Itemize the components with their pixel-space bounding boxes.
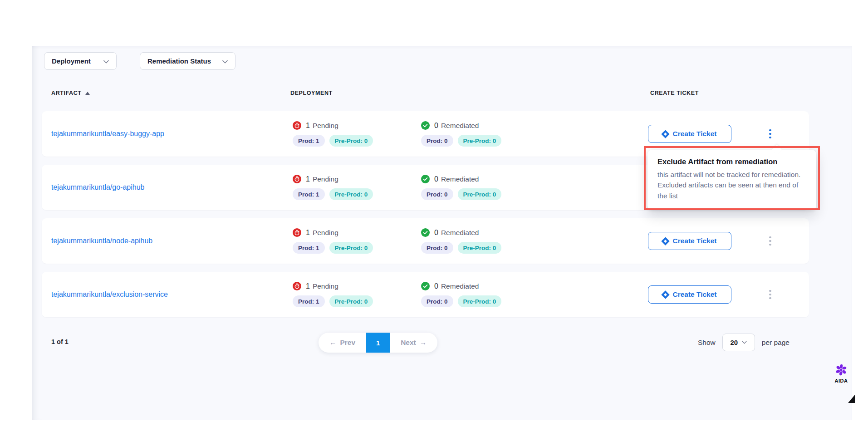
remediated-count: 0 [434,122,438,130]
deployment-filter-dropdown[interactable]: Deployment [44,52,117,70]
chevron-down-icon [742,341,747,344]
pending-prod-badge: Prod: 1 [293,295,325,307]
chevron-down-icon [103,57,109,65]
pending-label: Pending [313,229,338,237]
remediated-prod-badge: Prod: 0 [421,135,453,147]
remediated-check-icon [421,175,430,183]
ticket-diamond-icon [662,290,670,299]
remediated-count: 0 [434,282,438,290]
exclude-artifact-tooltip: Exclude Artifact from remediation this a… [647,150,816,210]
next-page-button[interactable]: Next → [390,333,437,353]
remediated-preprod-badge: Pre-Prod: 0 [458,295,502,307]
remediated-label: Remediated [441,175,479,183]
remediated-label: Remediated [441,282,479,290]
app-window: Deployment Remediation Status ARTIFACT D… [0,0,868,447]
remediated-count: 0 [434,175,438,183]
remediated-prod-badge: Prod: 0 [421,295,453,307]
pending-badges: Prod: 1 Pre-Prod: 0 [293,242,421,254]
pending-clock-icon [293,228,301,237]
aida-flower-icon [834,363,848,377]
arrow-left-icon: ← [329,339,337,347]
remediated-badges: Prod: 0 Pre-Prod: 0 [421,188,648,200]
remediated-preprod-badge: Pre-Prod: 0 [458,188,502,200]
artifact-link[interactable]: tejakummarikuntla/exclusion-service [51,290,168,298]
per-page-label: per page [762,339,790,347]
prev-label: Prev [340,339,356,347]
row-actions-menu[interactable] [766,234,774,249]
remediated-prod-badge: Prod: 0 [421,242,453,254]
ticket-diamond-icon [662,237,670,245]
remediated-check-icon [421,121,430,130]
remediated-preprod-badge: Pre-Prod: 0 [458,242,502,254]
pending-prod-badge: Prod: 1 [293,188,325,200]
remediated-badges: Prod: 0 Pre-Prod: 0 [421,295,648,307]
pending-preprod-badge: Pre-Prod: 0 [329,242,373,254]
chevron-down-icon [222,57,228,65]
filter-bar: Deployment Remediation Status [44,52,235,70]
arrow-right-icon: → [420,339,427,347]
row-actions-menu[interactable] [766,127,774,142]
pending-count: 1 [306,229,310,237]
current-page-button[interactable]: 1 [366,333,390,353]
pending-clock-icon [293,121,301,130]
create-ticket-label: Create Ticket [672,290,716,299]
pending-prod-badge: Prod: 1 [293,242,325,254]
remediated-check-icon [421,228,430,237]
artifact-cell: tejakummarikuntla/exclusion-service [51,290,293,299]
pending-status-line: 1 Pending [293,228,421,237]
remediated-status-cell: 0 Remediated Prod: 0 Pre-Prod: 0 [421,121,648,147]
page-size-control: Show 20 per page [698,334,790,351]
tooltip-body: this artifact will not be tracked for re… [657,169,807,201]
page-size-value: 20 [730,339,738,346]
pending-badges: Prod: 1 Pre-Prod: 0 [293,135,421,147]
column-header-create-ticket: CREATE TICKET [650,90,699,96]
remediation-panel: Deployment Remediation Status ARTIFACT D… [32,46,852,420]
pending-preprod-badge: Pre-Prod: 0 [329,135,373,147]
pending-label: Pending [313,122,338,130]
pending-status-cell: 1 Pending Prod: 1 Pre-Prod: 0 [293,121,421,147]
pending-clock-icon [293,175,301,183]
artifact-link[interactable]: tejakummarikuntla/node-apihub [51,237,152,245]
remediated-status-line: 0 Remediated [421,282,648,290]
pending-label: Pending [313,282,338,290]
remediated-count: 0 [434,229,438,237]
artifact-cell: tejakummarikuntla/easy-buggy-app [51,130,293,138]
pending-preprod-badge: Pre-Prod: 0 [329,188,373,200]
pending-count: 1 [306,175,310,183]
artifact-link[interactable]: tejakummarikuntla/go-apihub [51,183,144,191]
create-ticket-button[interactable]: Create Ticket [648,285,731,304]
pending-status-cell: 1 Pending Prod: 1 Pre-Prod: 0 [293,175,421,200]
table-row: tejakummarikuntla/node-apihub 1 Pending [42,218,809,264]
create-ticket-button[interactable]: Create Ticket [648,125,731,143]
create-ticket-label: Create Ticket [672,237,716,245]
pending-badges: Prod: 1 Pre-Prod: 0 [293,188,421,200]
sort-ascending-icon [85,92,90,95]
pending-status-line: 1 Pending [293,175,421,183]
remediated-badges: Prod: 0 Pre-Prod: 0 [421,135,648,147]
aida-label: AIDA [835,378,848,383]
pending-label: Pending [313,175,338,183]
remediation-status-filter-dropdown[interactable]: Remediation Status [140,52,235,70]
row-actions-menu[interactable] [766,287,774,302]
remediated-status-cell: 0 Remediated Prod: 0 Pre-Prod: 0 [421,282,648,307]
column-header-artifact[interactable]: ARTIFACT [51,90,90,96]
pending-status-cell: 1 Pending Prod: 1 Pre-Prod: 0 [293,282,421,307]
deployment-column-label: DEPLOYMENT [290,90,333,96]
next-label: Next [401,339,416,347]
aida-widget-button[interactable]: AIDA [829,363,854,383]
artifact-link[interactable]: tejakummarikuntla/easy-buggy-app [51,130,164,138]
create-ticket-column-label: CREATE TICKET [650,90,699,96]
create-ticket-button[interactable]: Create Ticket [648,232,731,250]
page-summary: 1 of 1 [51,338,69,345]
remediation-status-filter-label: Remediation Status [147,57,211,65]
remediated-status-cell: 0 Remediated Prod: 0 Pre-Prod: 0 [421,228,648,254]
pending-status-line: 1 Pending [293,282,421,290]
remediated-badges: Prod: 0 Pre-Prod: 0 [421,242,648,254]
artifact-cell: tejakummarikuntla/go-apihub [51,183,293,192]
page-size-select[interactable]: 20 [722,334,755,351]
show-label: Show [698,339,716,347]
create-ticket-label: Create Ticket [672,130,716,138]
deployment-filter-label: Deployment [52,57,91,65]
prev-page-button[interactable]: ← Prev [319,333,366,353]
table-body: tejakummarikuntla/easy-buggy-app 1 Pendi… [42,111,809,317]
